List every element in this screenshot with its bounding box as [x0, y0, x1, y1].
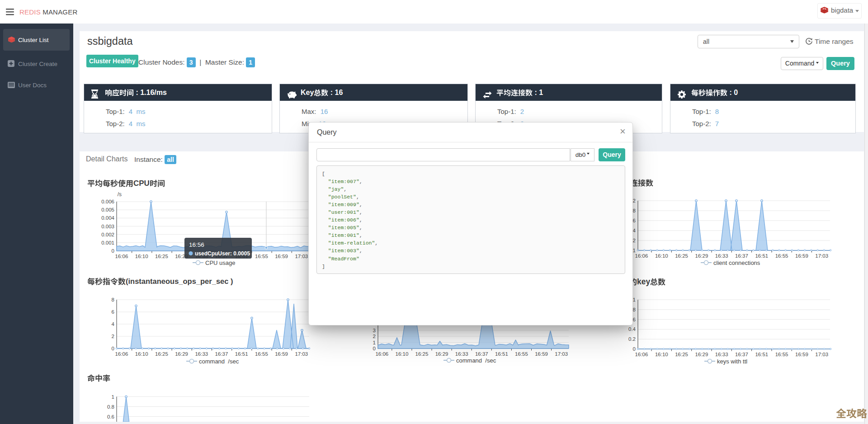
- svg-text:/s: /s: [118, 191, 122, 198]
- svg-text:0.4: 0.4: [628, 326, 636, 332]
- svg-text:16:29: 16:29: [695, 352, 708, 357]
- svg-text:command /sec: command /sec: [456, 357, 496, 364]
- svg-text:16:06: 16:06: [115, 254, 128, 259]
- svg-text:16:25: 16:25: [675, 352, 688, 357]
- svg-text:16:10: 16:10: [135, 254, 148, 259]
- svg-text:16:33: 16:33: [715, 253, 728, 259]
- svg-text:0: 0: [373, 346, 376, 351]
- svg-text:16:37: 16:37: [215, 351, 228, 357]
- svg-text:0.002: 0.002: [101, 232, 114, 237]
- svg-text:16:37: 16:37: [735, 352, 748, 357]
- svg-text:1: 1: [112, 394, 114, 400]
- svg-text:0.003: 0.003: [101, 224, 114, 229]
- svg-text:17:03: 17:03: [815, 253, 828, 259]
- svg-text:16:51: 16:51: [235, 351, 248, 357]
- svg-text:16:51: 16:51: [755, 253, 768, 259]
- svg-text:0.6: 0.6: [107, 414, 114, 419]
- svg-text:16:10: 16:10: [396, 351, 409, 357]
- svg-text:2: 2: [373, 334, 376, 339]
- svg-text:16:25: 16:25: [155, 254, 168, 259]
- svg-text:1: 1: [373, 340, 376, 345]
- svg-text:16:55: 16:55: [255, 351, 268, 357]
- svg-text:0.006: 0.006: [101, 199, 114, 204]
- svg-text:16:51: 16:51: [755, 352, 768, 357]
- svg-text:CPU usage: CPU usage: [205, 259, 235, 266]
- svg-text:16:29: 16:29: [695, 253, 708, 259]
- svg-text:16:51: 16:51: [495, 351, 508, 357]
- svg-text:16:33: 16:33: [455, 351, 468, 357]
- svg-text:16:59: 16:59: [795, 253, 808, 259]
- svg-text:client connections: client connections: [713, 259, 760, 266]
- svg-text:2: 2: [633, 198, 636, 203]
- svg-text:0.004: 0.004: [101, 215, 114, 221]
- svg-text:16:29: 16:29: [435, 351, 448, 357]
- svg-text:16:59: 16:59: [275, 254, 288, 259]
- svg-text:keys with ttl: keys with ttl: [717, 358, 747, 365]
- svg-text:0.001: 0.001: [101, 240, 114, 245]
- svg-text:2: 2: [112, 334, 114, 339]
- svg-text:command /sec: command /sec: [199, 358, 239, 365]
- svg-text:16:10: 16:10: [655, 253, 668, 259]
- svg-text:usedCpuUser: 0.0005: usedCpuUser: 0.0005: [195, 250, 250, 257]
- svg-text:16:25: 16:25: [155, 351, 168, 357]
- svg-text:6: 6: [112, 309, 114, 315]
- svg-text:16:06: 16:06: [635, 253, 648, 259]
- svg-text:0: 0: [633, 346, 636, 352]
- svg-text:0.2: 0.2: [628, 336, 636, 342]
- svg-text:17:03: 17:03: [295, 351, 308, 357]
- svg-text:16:33: 16:33: [715, 352, 728, 357]
- svg-text:16:56: 16:56: [189, 241, 204, 248]
- svg-text:16:10: 16:10: [655, 352, 668, 357]
- svg-text:16:06: 16:06: [115, 351, 128, 357]
- svg-text:16:06: 16:06: [635, 352, 648, 357]
- svg-text:4: 4: [112, 321, 115, 327]
- svg-text:17:03: 17:03: [295, 254, 308, 259]
- svg-text:16:59: 16:59: [535, 351, 548, 357]
- svg-text:16:37: 16:37: [475, 351, 488, 357]
- svg-text:1: 1: [633, 297, 636, 302]
- svg-text:0: 0: [112, 248, 114, 254]
- svg-text:3: 3: [373, 328, 376, 333]
- svg-text:16:55: 16:55: [775, 253, 788, 259]
- svg-text:16:29: 16:29: [175, 351, 188, 357]
- svg-text:0.8: 0.8: [107, 404, 114, 410]
- svg-text:17:03: 17:03: [555, 351, 568, 357]
- svg-text:16:10: 16:10: [135, 351, 148, 357]
- svg-text:16:25: 16:25: [415, 351, 429, 357]
- svg-text:16:59: 16:59: [275, 351, 288, 357]
- svg-text:0: 0: [112, 346, 114, 351]
- svg-text:16:55: 16:55: [255, 254, 268, 259]
- svg-text:16:37: 16:37: [735, 253, 748, 259]
- svg-text:16:25: 16:25: [675, 253, 688, 259]
- svg-text:16:59: 16:59: [795, 352, 808, 357]
- svg-text:16:33: 16:33: [195, 351, 208, 357]
- svg-text:8: 8: [112, 297, 114, 302]
- svg-text:1: 1: [633, 248, 636, 253]
- svg-text:16:55: 16:55: [775, 352, 788, 357]
- svg-text:16:06: 16:06: [375, 351, 388, 357]
- svg-text:16:55: 16:55: [515, 351, 528, 357]
- svg-text:0.005: 0.005: [101, 207, 114, 212]
- svg-text:17:03: 17:03: [815, 352, 828, 357]
